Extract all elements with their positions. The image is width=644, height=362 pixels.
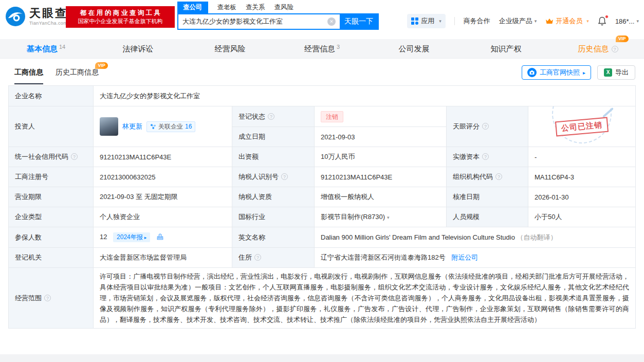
search-tab-risk[interactable]: 查风险 — [274, 3, 294, 12]
credit-code-value: 91210213MA11C6P43E — [94, 147, 232, 167]
official-snapshot-button[interactable]: 工商官网快照 ▸ — [522, 65, 591, 80]
help-icon[interactable]: ? — [268, 113, 274, 120]
vip-badge: VIP — [95, 62, 108, 69]
registration-authority-value: 大连金普新区市场监督管理局 — [94, 248, 232, 268]
chevron-down-icon: ▾ — [387, 215, 390, 220]
org-code-label: 组织机构代码? — [447, 167, 528, 187]
industry-label: 国标行业 — [232, 207, 315, 227]
help-icon[interactable]: ? — [281, 173, 288, 180]
tab-label: 公司发展 — [399, 44, 430, 53]
excel-icon: X — [604, 68, 612, 77]
label-text: 纳税人识别号 — [238, 173, 279, 180]
brand-name: 天眼查 — [29, 8, 68, 19]
search-button[interactable]: 天眼一下 — [340, 14, 378, 29]
clear-search-icon[interactable]: ✕ — [327, 17, 336, 26]
registration-number-value: 210213000632025 — [94, 167, 232, 187]
search-tab-relation[interactable]: 查关系 — [246, 3, 265, 12]
english-name-label: 英文名称 — [232, 227, 315, 248]
tab-label: 经营风险 — [215, 44, 246, 53]
company-type-value: 个人独资企业 — [94, 207, 232, 227]
apps-menu[interactable]: 应用 ▾ — [407, 14, 446, 28]
apps-grid-icon — [411, 17, 418, 25]
subtab-label: 历史工商信息 — [56, 68, 99, 76]
slogan-line1: 都 在 用 的 商 业 查 询 工 具 — [66, 8, 175, 17]
help-icon[interactable]: ? — [254, 254, 261, 261]
tab-legal-litigation[interactable]: 法律诉讼 — [92, 39, 184, 58]
tab-count: 3 — [337, 44, 340, 50]
investor-avatar[interactable] — [100, 117, 118, 136]
insured-count-value: 12 2024年报 ▸ — [94, 227, 232, 248]
camera-icon — [527, 68, 537, 77]
help-icon[interactable]: ? — [495, 173, 502, 180]
export-label: 导出 — [615, 68, 629, 77]
help-icon[interactable]: ? — [612, 46, 618, 52]
vip-badge: VIP — [616, 35, 629, 42]
subtab-history-business-info[interactable]: 历史工商信息 VIP — [56, 61, 99, 84]
label-text: 组织机构代码 — [453, 173, 493, 180]
vip-membership-menu[interactable]: 开通会员 ▾ — [545, 16, 589, 26]
help-icon[interactable]: ? — [71, 153, 78, 160]
registration-status-label: 登记状态? — [232, 106, 315, 127]
company-status-stamp-cell: 公司已注销 — [528, 106, 636, 147]
org-code-value: MA11C6P4-3 — [528, 167, 636, 187]
help-icon[interactable]: ? — [482, 153, 489, 160]
logo-text: 天眼查 TianYanCha.com — [29, 8, 68, 26]
registration-status-value: 注销 — [315, 106, 447, 127]
logo-eye-icon — [5, 6, 26, 27]
search-tab-boss[interactable]: 查老板 — [217, 3, 237, 12]
top-header: 天眼查 TianYanCha.com 都 在 用 的 商 业 查 询 工 具 国… — [0, 0, 644, 35]
search-tab-company[interactable]: 查公司 — [177, 2, 208, 13]
account-menu[interactable]: 186*... ▾ — [615, 17, 639, 25]
related-companies-badge[interactable]: 关联企业 16 — [146, 121, 195, 132]
label-text: 经营范围 — [15, 294, 42, 302]
annual-report-badge[interactable]: 2024年报 ▸ — [113, 232, 150, 242]
tab-count: 14 — [59, 44, 65, 50]
slogan-line2: 国家中小企业发展子基金旗下机构 — [66, 17, 175, 25]
business-cooperation-link[interactable]: 商务合作 — [464, 16, 490, 26]
tab-operation-risk[interactable]: 经营风险 — [184, 39, 276, 58]
annual-report-label: 2024年报 — [117, 233, 143, 242]
related-companies-count: 16 — [185, 123, 192, 130]
account-phone: 186*... — [615, 17, 635, 25]
page-footer-strip — [0, 354, 644, 362]
address-value: 辽宁省大连普湾新区石河街道泰海路182号 附近公司 — [315, 248, 636, 268]
help-icon[interactable]: ? — [482, 123, 489, 130]
credit-code-label: 统一社会信用代码? — [9, 147, 94, 167]
nearby-companies-link[interactable]: 附近公司 — [451, 254, 478, 261]
approved-date-label: 核准日期 — [447, 187, 528, 207]
tab-label: 经营信息 — [304, 44, 335, 53]
tab-label: 法律诉讼 — [123, 44, 154, 53]
chevron-down-icon: ▾ — [586, 19, 589, 24]
business-term-label: 营业期限 — [9, 187, 94, 207]
help-icon[interactable]: ? — [44, 295, 51, 301]
english-name-value: Dalian 900 Million Girls' Dream Film and… — [315, 227, 636, 248]
label-text: 天眼评分 — [453, 122, 480, 130]
investor-name-link[interactable]: 林更新 — [122, 122, 142, 131]
tab-intellectual-property[interactable]: 知识产权 — [460, 39, 552, 58]
tab-history-info[interactable]: 历史信息? VIP — [552, 39, 644, 58]
seal-stamp-icon[interactable] — [156, 233, 164, 241]
tab-operation-info[interactable]: 经营信息3 — [276, 39, 368, 58]
tab-basic-info[interactable]: 基本信息14 — [0, 39, 92, 58]
search-input[interactable] — [178, 14, 327, 29]
auto-translate-note: （自动翻译） — [517, 233, 557, 241]
label-text: 登记状态 — [238, 113, 265, 120]
tianyancha-logo[interactable]: 天眼查 TianYanCha.com — [5, 6, 68, 27]
subtab-business-info[interactable]: 工商信息 — [14, 61, 43, 84]
notifications-bell[interactable] — [598, 16, 606, 26]
brand-domain: TianYanCha.com — [29, 21, 68, 26]
business-scope-label: 经营范围? — [9, 268, 94, 329]
tab-company-development[interactable]: 公司发展 — [368, 39, 460, 58]
industry-text: 影视节目制作(R8730) — [321, 213, 385, 221]
section-tabs: 基本信息14 法律诉讼 经营风险 经营信息3 公司发展 知识产权 历史信息? V… — [0, 39, 644, 59]
enterprise-products-menu[interactable]: 企业级产品 ▾ — [499, 16, 537, 26]
tab-label: 历史信息 — [578, 44, 609, 53]
chevron-down-icon: ▾ — [636, 19, 639, 24]
export-button[interactable]: X 导出 — [597, 65, 635, 80]
industry-value[interactable]: 影视节目制作(R8730)▾ — [315, 207, 447, 227]
investor-label: 投资人 — [9, 106, 94, 147]
paid-capital-label: 实缴资本? — [447, 147, 528, 167]
label-text: 实缴资本 — [453, 153, 480, 160]
search-box: ✕ 天眼一下 — [177, 13, 379, 30]
search-area: 查公司 查老板 查关系 查风险 ✕ 天眼一下 — [177, 2, 379, 30]
